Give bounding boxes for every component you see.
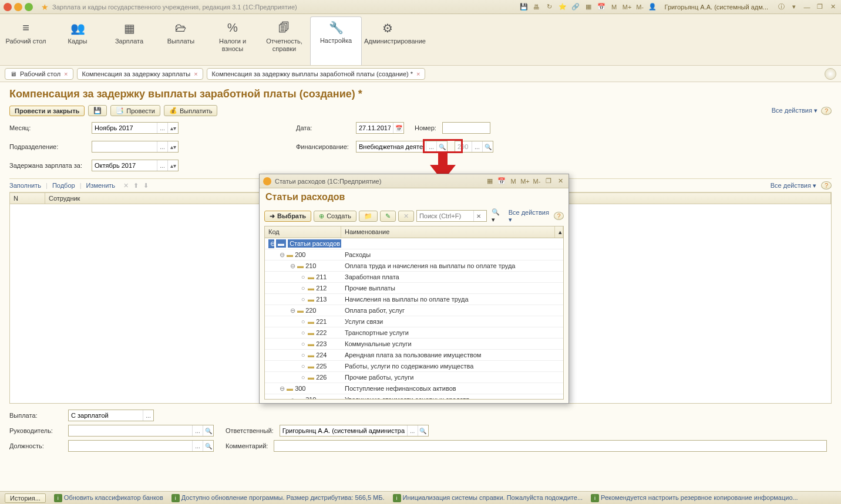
- search-icon[interactable]: 🔍: [203, 425, 213, 436]
- dialog-titlebar[interactable]: Статьи расходов (1С:Предприятие) ▦ 📅 M M…: [260, 174, 568, 188]
- delete-button[interactable]: ✕: [398, 211, 414, 222]
- expand-icon[interactable]: ⊖: [268, 239, 274, 248]
- print-icon[interactable]: 🖶: [532, 2, 541, 12]
- expand-icon[interactable]: ○: [300, 374, 306, 381]
- all-actions-link[interactable]: Все действия ▾: [771, 182, 816, 190]
- calendar-icon[interactable]: 📅: [393, 123, 403, 133]
- expand-icon[interactable]: ○: [300, 296, 306, 303]
- min-icon[interactable]: —: [802, 2, 812, 12]
- m-plus-button[interactable]: M+: [520, 177, 530, 186]
- nav-item-6[interactable]: 🔧Настройка: [310, 16, 362, 65]
- table-row[interactable]: ○ ▬ 226Прочие работы, услуги: [265, 372, 563, 383]
- calc-icon[interactable]: ▦: [584, 2, 593, 12]
- maximize-window-button[interactable]: [25, 3, 33, 11]
- help-button[interactable]: ?: [821, 181, 832, 190]
- status-link-help-init[interactable]: iИнициализация системы справки. Пожалуйс…: [393, 494, 583, 502]
- expand-icon[interactable]: ○: [300, 273, 306, 280]
- tab-2[interactable]: Компенсация за задержку выплаты заработн…: [207, 68, 426, 80]
- expand-icon[interactable]: ○: [300, 351, 306, 358]
- save-button[interactable]: 💾: [88, 105, 107, 116]
- close-icon[interactable]: ×: [416, 70, 420, 77]
- all-actions-link[interactable]: Все действия ▾: [772, 107, 818, 114]
- submit-button[interactable]: 📑 Провести: [110, 105, 160, 116]
- ellipsis-icon[interactable]: ...: [157, 123, 167, 133]
- delete-icon[interactable]: ✕: [123, 182, 129, 190]
- spinner-icon[interactable]: ▴▾: [167, 141, 178, 152]
- close-window-button[interactable]: [4, 3, 12, 11]
- close-icon[interactable]: ×: [194, 70, 197, 77]
- close-icon[interactable]: ✕: [556, 177, 565, 186]
- table-row[interactable]: ○ ▬ 310Увеличение стоимости основных сре…: [265, 394, 563, 400]
- nav-item-5[interactable]: 🗐Отчетность, справки: [258, 18, 310, 65]
- spinner-icon[interactable]: ▴▾: [167, 160, 178, 171]
- ellipsis-icon[interactable]: ...: [157, 141, 167, 152]
- expand-icon[interactable]: ○: [300, 318, 306, 325]
- close-icon[interactable]: ×: [64, 70, 68, 77]
- current-user[interactable]: Григорьянц А.А. (системный адм...: [665, 4, 768, 11]
- ellipsis-icon[interactable]: ...: [192, 425, 203, 436]
- table-row[interactable]: ○ ▬ 221Услуги связи: [265, 316, 563, 327]
- expand-icon[interactable]: ○: [300, 285, 306, 292]
- table-row[interactable]: ○ ▬ 211Заработная плата: [265, 272, 563, 283]
- restore-icon[interactable]: ❐: [544, 177, 553, 186]
- fill-link[interactable]: Заполнить: [9, 182, 41, 189]
- tab-1[interactable]: Компенсация за задержку зарплаты×: [77, 68, 203, 80]
- m-button[interactable]: M: [610, 2, 619, 12]
- expand-icon[interactable]: ○: [300, 340, 306, 347]
- table-row[interactable]: ⊖ ▬ 300Поступление нефинансовых активов: [265, 383, 563, 394]
- search-icon[interactable]: 🔍: [203, 441, 213, 451]
- nav-item-2[interactable]: ▦Зарплата: [103, 18, 155, 65]
- expand-icon[interactable]: ○: [300, 329, 306, 336]
- expand-icon[interactable]: ⊖: [279, 251, 285, 259]
- favorite-icon[interactable]: ★: [41, 2, 49, 12]
- change-link[interactable]: Изменить: [86, 182, 115, 189]
- expand-icon[interactable]: ○: [290, 396, 295, 400]
- nav-item-7[interactable]: ⚙Администрирование: [362, 18, 413, 65]
- search-icon[interactable]: 🔍: [436, 141, 447, 152]
- nav-item-3[interactable]: 🗁Выплаты: [155, 18, 207, 65]
- tab-0[interactable]: 🖥Рабочий стол×: [5, 68, 73, 80]
- search-input[interactable]: ✕: [416, 210, 487, 222]
- table-row[interactable]: ○ ▬ 223Коммунальные услуги: [265, 339, 563, 350]
- history-button[interactable]: История...: [5, 493, 46, 503]
- all-actions-link[interactable]: Все действия ▾: [509, 209, 551, 224]
- search-icon[interactable]: 🔍: [482, 141, 493, 152]
- funding-input[interactable]: ... 🔍: [356, 141, 448, 153]
- table-row[interactable]: ○ ▬ 225Работы, услуги по содержанию имущ…: [265, 361, 563, 372]
- dept-input[interactable]: ... ▴▾: [92, 141, 179, 153]
- nav-item-4[interactable]: %Налоги и взносы: [207, 18, 258, 65]
- link-icon[interactable]: 🔗: [571, 2, 580, 12]
- ellipsis-icon[interactable]: ...: [472, 141, 482, 152]
- pick-link[interactable]: Подбор: [52, 182, 75, 189]
- nav-item-1[interactable]: 👥Кадры: [52, 18, 103, 65]
- table-row[interactable]: ⊖ ▬ 220Оплата работ, услуг: [265, 305, 563, 316]
- expand-icon[interactable]: ⊖: [290, 262, 295, 270]
- comment-input[interactable]: [274, 440, 827, 452]
- ellipsis-icon[interactable]: ...: [407, 425, 418, 436]
- table-row[interactable]: ⊖ ▬ 210Оплата труда и начисления на выпл…: [265, 261, 563, 272]
- close-icon[interactable]: ✕: [828, 2, 837, 12]
- table-row[interactable]: ○ ▬ 212Прочие выплаты: [265, 283, 563, 294]
- edit-button[interactable]: ✎: [380, 211, 396, 222]
- m-minus-button[interactable]: M-: [532, 177, 541, 186]
- new-folder-button[interactable]: 📁: [359, 211, 378, 222]
- panel-toggle-button[interactable]: [825, 68, 836, 80]
- clear-icon[interactable]: ✕: [473, 211, 484, 221]
- status-link-backup[interactable]: iРекомендуется настроить резервное копир…: [591, 494, 798, 502]
- expense-grid[interactable]: Код Наименование ▴ ⊖ ▬ Статьи расходов⊖ …: [264, 226, 564, 400]
- star-icon[interactable]: ⭐: [558, 2, 567, 12]
- nav-item-0[interactable]: ≡Рабочий стол: [0, 18, 52, 65]
- ellipsis-icon[interactable]: ...: [426, 141, 436, 152]
- calendar-icon[interactable]: 📅: [497, 177, 506, 186]
- down-icon[interactable]: ⬇: [143, 182, 149, 190]
- minimize-window-button[interactable]: [14, 3, 22, 11]
- max-icon[interactable]: ❐: [815, 2, 825, 12]
- m-button[interactable]: M: [509, 177, 518, 186]
- manager-input[interactable]: ... 🔍: [68, 425, 214, 437]
- delayed-month-input[interactable]: ... ▴▾: [92, 160, 179, 171]
- table-row[interactable]: ⊖ ▬ Статьи расходов: [265, 238, 563, 249]
- ellipsis-icon[interactable]: ...: [143, 410, 153, 421]
- payout-input[interactable]: ...: [68, 410, 154, 421]
- search-icon[interactable]: 🔍▾: [492, 208, 503, 224]
- submit-close-button[interactable]: Провести и закрыть: [9, 106, 85, 116]
